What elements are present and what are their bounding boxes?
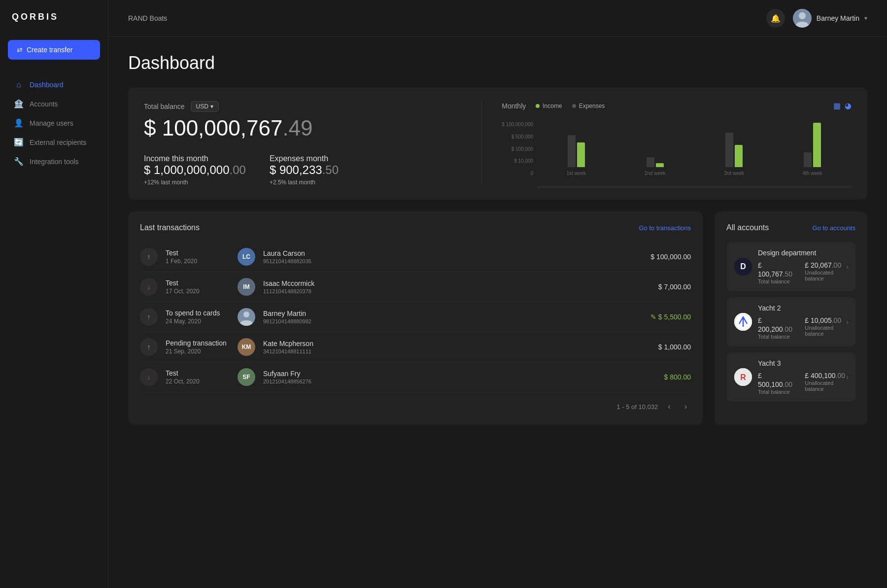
bar-group-week2: 2nd week (645, 157, 666, 176)
chart-title: Monthly (502, 102, 526, 110)
svg-point-3 (243, 311, 249, 317)
unalloc-balance-amount: £ 10,005.00 (805, 316, 841, 324)
tx-name: Pending transaction (166, 339, 230, 347)
tx-account: 1112104148820378 (263, 288, 650, 294)
total-balance-amount: $ 100,000,767.49 (144, 116, 462, 140)
balance-left: Total balance USD ▾ $ 100,000,767.49 Inc… (144, 101, 482, 186)
bar-chart-icon[interactable]: ▦ (833, 101, 841, 110)
account-name: Yacht 2 (758, 304, 848, 312)
unalloc-balance-amount: £ 20,067.00 (805, 261, 841, 269)
income-block: Income this month $ 1,000,000,000.00 +12… (144, 154, 246, 186)
external-recipients-icon: 🔄 (14, 138, 24, 147)
total-balance-amount: £ 500,100.00 (758, 372, 792, 388)
unalloc-balance-label: Unallocated balance (805, 270, 848, 281)
list-item[interactable]: Yacht 2 £ 200,200.00 Total balance £ 10,… (726, 297, 855, 346)
content-area: Dashboard Total balance USD ▾ $ 100,000,… (108, 37, 887, 588)
bar-chart: $ 100,000,000 $ 500,000 $ 100,000 $ 10,0… (502, 118, 852, 186)
bar-group-week4: 4th week (803, 123, 822, 176)
tx-date: 1 Feb, 2020 (166, 258, 230, 265)
bell-icon: 🔔 (771, 14, 781, 23)
list-item[interactable]: D Design department £ 100,767.50 Total b… (726, 242, 855, 291)
brand-name: RAND Boats (128, 14, 167, 22)
bar-green (813, 123, 821, 167)
table-row: ↑ Pending transaction 21 Sep, 2020 KM Ka… (140, 332, 691, 362)
tx-recipient-name: Isaac Mccormick (263, 279, 650, 287)
tx-name: Test (166, 279, 230, 287)
go-to-transactions-link[interactable]: Go to transactions (639, 224, 691, 232)
transactions-header: Last transactions Go to transactions (140, 223, 691, 232)
create-transfer-button[interactable]: ⇄ Create transfer (8, 40, 100, 60)
tx-date: 22 Oct, 2020 (166, 378, 230, 385)
balance-label: Total balance (144, 103, 185, 110)
list-item[interactable]: R Yacht 3 £ 500,100.00 Total balance £ 4… (726, 352, 855, 402)
header-right: 🔔 Barney Martin ▾ (766, 9, 867, 28)
account-info: Yacht 2 £ 200,200.00 Total balance £ 10,… (758, 304, 848, 340)
accounts-card: All accounts Go to accounts D Design dep… (715, 211, 867, 425)
expenses-amount: $ 900,233.50 (270, 163, 339, 177)
expenses-block: Expenses month $ 900,233.50 +2.5% last m… (270, 154, 339, 186)
currency-chevron-icon: ▾ (210, 103, 213, 110)
tx-amount: $ 1,000.00 (658, 343, 691, 351)
tx-recipient: Sufyaan Fry 2012104148856276 (263, 370, 656, 384)
tx-avatar (238, 308, 255, 326)
unallocated-balance: £ 10,005.00 Unallocated balance (805, 316, 848, 340)
next-page-button[interactable]: › (681, 400, 691, 413)
sidebar-item-manage-users[interactable]: 👤 Manage users (8, 113, 100, 133)
expenses-change: +2.5% last month (270, 179, 339, 186)
svg-point-1 (799, 12, 806, 19)
main-nav: ⌂ Dashboard 🏦 Accounts 👤 Manage users 🔄 … (8, 75, 100, 171)
sidebar-item-integration-tools[interactable]: 🔧 Integration tools (8, 152, 100, 171)
sidebar-item-dashboard[interactable]: ⌂ Dashboard (8, 75, 100, 94)
accounts-header: All accounts Go to accounts (726, 223, 855, 232)
tx-name: To spend to cards (166, 309, 230, 317)
sidebar-item-accounts[interactable]: 🏦 Accounts (8, 94, 100, 113)
bar-green (656, 163, 664, 167)
total-balance: £ 500,100.00 Total balance (758, 371, 793, 395)
pie-chart-icon[interactable]: ◕ (845, 101, 852, 110)
week-label: 1st week (567, 171, 586, 176)
account-logo (734, 313, 752, 331)
tx-info: Test 22 Oct, 2020 (166, 369, 230, 385)
sidebar-item-external-recipients[interactable]: 🔄 External recipients (8, 133, 100, 152)
svg-text:R: R (740, 373, 746, 381)
bar-gray (568, 135, 576, 167)
go-to-accounts-link[interactable]: Go to accounts (813, 224, 855, 232)
tx-amount: $ 800.00 (664, 373, 691, 381)
account-logo: D (734, 258, 752, 276)
bar-gray (647, 157, 654, 167)
chevron-down-icon: ▾ (864, 15, 867, 22)
total-balance: £ 200,200.00 Total balance (758, 316, 793, 340)
income-change: +12% last month (144, 179, 246, 186)
prev-page-button[interactable]: ‹ (664, 400, 674, 413)
tx-amount: ✎ $ 5,500.00 (650, 313, 691, 321)
unalloc-balance-label: Unallocated balance (805, 380, 848, 392)
week-label: 4th week (803, 171, 822, 176)
income-amount: $ 1,000,000,000.00 (144, 163, 246, 177)
tx-recipient: Isaac Mccormick 1112104148820378 (263, 279, 650, 294)
table-row: ↑ To spend to cards 24 May, 2020 Barne (140, 302, 691, 332)
transactions-title: Last transactions (140, 223, 200, 232)
bar-pair (804, 123, 821, 167)
accounts-title: All accounts (726, 223, 769, 232)
transfer-icon: ⇄ (17, 46, 23, 54)
tx-name: Test (166, 249, 230, 257)
tx-recipient: Laura Carson 9512104148882035 (263, 249, 643, 264)
tx-info: Test 17 Oct, 2020 (166, 279, 230, 295)
account-chevron-icon: › (846, 373, 849, 381)
expenses-legend: Expenses (572, 103, 605, 109)
tx-account: 9812104148880982 (263, 318, 643, 324)
account-balances: £ 500,100.00 Total balance £ 400,100.00 … (758, 371, 848, 395)
tx-account: 9512104148882035 (263, 258, 643, 264)
total-balance-amount: £ 100,767.50 (758, 261, 792, 278)
table-row: ↑ Test 1 Feb, 2020 LC Laura Carson 95121… (140, 242, 691, 272)
bar-pair (725, 133, 743, 167)
page-title: Dashboard (128, 53, 867, 73)
avatar (793, 9, 812, 28)
notification-button[interactable]: 🔔 (766, 9, 785, 28)
tx-account: 3412104148811111 (263, 348, 650, 354)
pagination: 1 - 5 of 10,032 ‹ › (140, 392, 691, 413)
tx-date: 17 Oct, 2020 (166, 288, 230, 295)
user-profile[interactable]: Barney Martin ▾ (793, 9, 867, 28)
tx-direction-icon: ↑ (140, 248, 158, 266)
currency-selector[interactable]: USD ▾ (191, 101, 219, 112)
